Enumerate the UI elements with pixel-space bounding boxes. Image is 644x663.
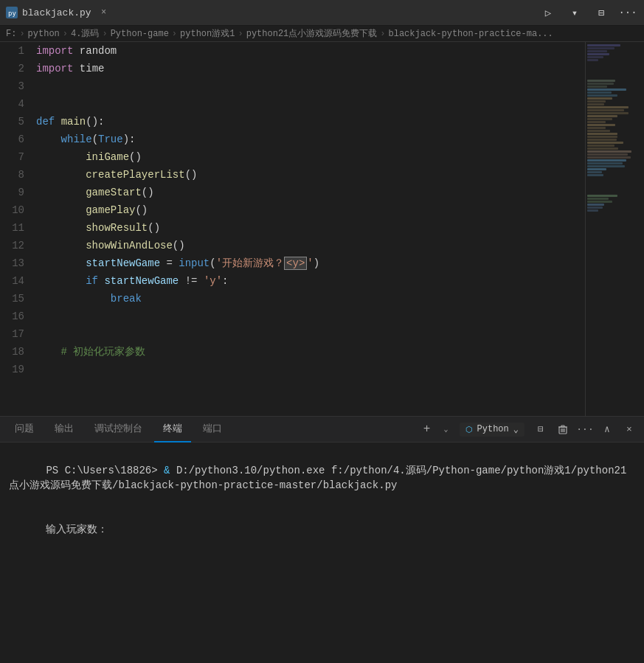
plain-token: : bbox=[222, 275, 228, 287]
minimap-line bbox=[587, 156, 631, 159]
minimap-line bbox=[587, 133, 617, 135]
trash-icon bbox=[558, 424, 568, 434]
terminal-content[interactable]: PS C:\Users\18826> & D:/python3.10/pytho… bbox=[0, 442, 644, 637]
line-number: 7 bbox=[0, 148, 33, 166]
line-number: 9 bbox=[0, 184, 33, 201]
add-terminal-button[interactable]: + bbox=[418, 420, 436, 438]
line-number: 14 bbox=[0, 272, 33, 290]
minimap-line bbox=[587, 83, 614, 85]
line-number: 15 bbox=[0, 290, 33, 308]
plain-token bbox=[36, 169, 86, 181]
line-content: startNewGame = input('开始新游戏？<y>') bbox=[33, 254, 585, 272]
tab-close-button[interactable]: × bbox=[97, 6, 111, 19]
kw-token: import bbox=[36, 63, 73, 74]
str-token: '开始新游戏？ bbox=[216, 257, 284, 269]
tab-debug-console[interactable]: 调试控制台 bbox=[86, 417, 151, 442]
run-dropdown-button[interactable]: ▾ bbox=[564, 2, 585, 23]
title-actions: ▷ ▾ ⊟ ··· bbox=[538, 2, 638, 23]
minimap-line bbox=[587, 100, 606, 103]
minimap-line bbox=[587, 139, 617, 141]
line-content: break bbox=[33, 290, 585, 308]
str-token: ' bbox=[307, 257, 313, 269]
svg-text:py: py bbox=[8, 10, 16, 17]
minimap-line bbox=[587, 165, 625, 167]
plain-token: random bbox=[73, 45, 117, 57]
minimap-line bbox=[587, 112, 629, 114]
minimap-line bbox=[587, 53, 609, 55]
more-panel-actions-button[interactable]: ··· bbox=[576, 420, 594, 438]
terminal-type-dropdown[interactable]: ⌄ bbox=[437, 420, 455, 438]
plain-token: () bbox=[148, 222, 160, 234]
plain-token bbox=[36, 257, 86, 269]
breadcrumb-game1: python游戏1 bbox=[180, 27, 235, 40]
fn-token: iniGame bbox=[86, 151, 129, 163]
terminal-dropdown-arrow: ⌄ bbox=[513, 424, 519, 435]
code-editor[interactable]: 1import random2import time345def main():… bbox=[0, 42, 585, 416]
code-line: 10 gamePlay() bbox=[0, 201, 585, 219]
panel-actions: + ⌄ ⬡ Python ⌄ ⊟ ··· ∧ bbox=[418, 420, 638, 438]
tab-ports[interactable]: 端口 bbox=[194, 417, 231, 442]
editor-area: 1import random2import time345def main():… bbox=[0, 42, 644, 416]
param-token: startNewGame bbox=[86, 257, 160, 269]
line-content: iniGame() bbox=[33, 148, 585, 166]
terminal-prompt: PS C:\Users\18826> bbox=[46, 465, 164, 476]
terminal-output-text: 输入玩家数： bbox=[46, 524, 108, 535]
plain-token: ( bbox=[92, 133, 98, 145]
terminal-type-icon: ⬡ bbox=[465, 425, 473, 434]
fn-token: main bbox=[61, 116, 86, 128]
code-line: 13 startNewGame = input('开始新游戏？<y>') bbox=[0, 254, 585, 272]
tab-output[interactable]: 输出 bbox=[46, 417, 83, 442]
run-button[interactable]: ▷ bbox=[538, 2, 558, 23]
line-number: 2 bbox=[0, 60, 33, 77]
minimap-line bbox=[587, 201, 612, 203]
minimap-line bbox=[587, 91, 612, 94]
maximize-panel-button[interactable]: ∧ bbox=[598, 420, 616, 438]
code-line: 1import random bbox=[0, 42, 585, 60]
line-number: 5 bbox=[0, 113, 33, 131]
code-line: 3 bbox=[0, 77, 585, 95]
plain-token bbox=[36, 346, 61, 358]
close-panel-button[interactable]: × bbox=[620, 420, 638, 438]
terminal-python-path: D:/python3.10/python.exe bbox=[176, 465, 331, 476]
plain-token bbox=[55, 116, 60, 128]
code-line: 19 bbox=[0, 361, 585, 378]
split-editor-button[interactable]: ⊟ bbox=[591, 2, 612, 23]
kw-blue-token: if bbox=[86, 275, 98, 287]
minimap-line bbox=[587, 106, 629, 108]
plain-token bbox=[36, 222, 86, 234]
minimap-line bbox=[587, 86, 607, 88]
minimap-line bbox=[587, 195, 617, 197]
line-number: 17 bbox=[0, 325, 33, 343]
line-content bbox=[33, 361, 585, 378]
plain-token: != bbox=[179, 275, 204, 287]
plain-token: = bbox=[160, 257, 179, 269]
minimap-line bbox=[587, 124, 615, 126]
minimap-line bbox=[587, 145, 614, 147]
minimap-line bbox=[587, 59, 598, 61]
fn-token: createPlayerList bbox=[86, 169, 184, 181]
fn-token: showWinAndLose bbox=[86, 240, 173, 251]
plain-token: () bbox=[173, 240, 185, 251]
comment-token: # 初始化玩家参数 bbox=[61, 346, 146, 358]
line-content: import time bbox=[33, 60, 585, 77]
tab-terminal[interactable]: 终端 bbox=[154, 417, 191, 442]
tab-problems[interactable]: 问题 bbox=[6, 417, 43, 442]
plain-token: () bbox=[135, 204, 148, 216]
minimap-line bbox=[587, 204, 604, 206]
minimap-line bbox=[587, 47, 614, 49]
plain-token bbox=[36, 275, 86, 287]
kw-blue-token: def bbox=[36, 116, 55, 128]
minimap-line bbox=[587, 94, 617, 97]
terminal-python-indicator[interactable]: ⬡ Python ⌄ bbox=[460, 423, 524, 437]
minimap-lines bbox=[586, 42, 644, 214]
split-terminal-button[interactable]: ⊟ bbox=[532, 420, 550, 438]
plain-token bbox=[36, 133, 61, 145]
line-number: 12 bbox=[0, 237, 33, 254]
plain-token bbox=[36, 364, 61, 375]
minimap-line bbox=[587, 153, 628, 156]
kill-terminal-button[interactable] bbox=[554, 420, 572, 438]
line-number: 6 bbox=[0, 131, 33, 148]
more-actions-button[interactable]: ··· bbox=[617, 2, 638, 23]
code-line: 11 showResult() bbox=[0, 219, 585, 237]
minimap-line bbox=[587, 109, 624, 111]
